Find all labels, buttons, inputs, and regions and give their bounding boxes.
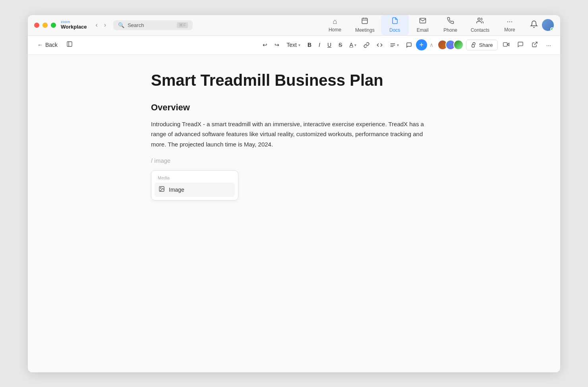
tab-home[interactable]: ⌂ Home — [321, 15, 349, 35]
svg-rect-10 — [472, 44, 474, 47]
video-button[interactable] — [500, 39, 512, 51]
tab-meetings[interactable]: Meetings — [349, 15, 381, 36]
text-format-dropdown[interactable]: Text ▾ — [283, 40, 304, 50]
collaborator-avatar-3[interactable] — [453, 40, 464, 50]
online-status-dot — [550, 27, 554, 31]
svg-marker-11 — [507, 43, 509, 46]
tab-home-label: Home — [329, 27, 341, 33]
tab-more-label: More — [504, 27, 515, 33]
align-chevron-icon: ▾ — [397, 43, 399, 47]
strikethrough-button[interactable]: S — [335, 40, 345, 50]
titlebar: zoom Workplace ‹ › 🔍 Search ⌘F ⌂ Home Me… — [28, 15, 560, 36]
nav-arrows: ‹ › — [93, 20, 109, 30]
collaborators-avatars — [437, 40, 464, 50]
search-box[interactable]: 🔍 Search ⌘F — [113, 20, 193, 30]
back-arrow[interactable]: ‹ — [93, 20, 100, 30]
contacts-icon — [476, 17, 484, 26]
open-external-button[interactable] — [529, 39, 541, 51]
back-arrow-icon: ← — [37, 42, 43, 48]
media-dropdown-label: Media — [155, 174, 235, 183]
svg-rect-12 — [503, 42, 507, 46]
chat-button[interactable] — [514, 39, 526, 51]
svg-rect-0 — [362, 18, 368, 24]
notifications-button[interactable] — [530, 20, 538, 30]
more-options-button[interactable]: ··· — [543, 40, 554, 50]
slash-command[interactable]: / image — [151, 157, 437, 164]
minimize-dot[interactable] — [43, 23, 48, 28]
underline-button[interactable]: U — [324, 40, 335, 50]
main-content: Smart Treadmill Business Plan Overview I… — [28, 55, 560, 372]
back-label: Back — [45, 42, 58, 48]
toolbar-right: Share ··· — [437, 39, 554, 51]
tab-docs-label: Docs — [389, 27, 400, 33]
search-icon: 🔍 — [118, 22, 124, 28]
docs-icon — [391, 17, 398, 26]
collapse-button[interactable]: ∧ — [428, 40, 435, 50]
svg-point-15 — [161, 188, 161, 189]
link-button[interactable] — [360, 40, 373, 50]
font-color-button[interactable]: A ▾ — [346, 40, 359, 50]
tab-email[interactable]: Email — [409, 15, 437, 36]
logo: zoom Workplace — [61, 20, 87, 30]
tab-docs[interactable]: Docs — [381, 15, 409, 36]
tab-meetings-label: Meetings — [355, 27, 375, 33]
tab-contacts-label: Contacts — [471, 27, 489, 33]
window-controls — [34, 23, 56, 28]
font-color-chevron-icon: ▾ — [354, 43, 356, 47]
share-button[interactable]: Share — [466, 40, 498, 50]
chevron-down-icon: ▾ — [298, 43, 300, 47]
tab-phone[interactable]: Phone — [437, 15, 464, 36]
user-avatar[interactable] — [542, 19, 554, 31]
media-item-image[interactable]: Image — [155, 183, 235, 197]
search-shortcut: ⌘F — [177, 22, 188, 28]
align-button[interactable]: ▾ — [387, 40, 402, 50]
tab-contacts[interactable]: Contacts — [464, 15, 496, 36]
home-icon: ⌂ — [333, 17, 337, 26]
maximize-dot[interactable] — [51, 23, 56, 28]
svg-point-4 — [478, 18, 480, 20]
undo-button[interactable]: ↩ — [259, 40, 271, 50]
media-item-image-label: Image — [169, 187, 184, 193]
media-dropdown: Media Image — [151, 170, 238, 200]
bold-button[interactable]: B — [304, 40, 315, 50]
section-body-overview[interactable]: Introducing TreadX - a smart treadmill w… — [151, 119, 437, 150]
tab-email-label: Email — [417, 27, 429, 33]
logo-workplace-text: Workplace — [61, 24, 87, 30]
editing-toolbar: ← Back ↩ ↪ Text ▾ B I U S — [28, 36, 560, 55]
comment-button[interactable] — [403, 40, 415, 50]
text-format-label: Text — [286, 42, 297, 48]
document-area: Smart Treadmill Business Plan Overview I… — [151, 71, 437, 356]
titlebar-right — [530, 19, 554, 31]
app-window: zoom Workplace ‹ › 🔍 Search ⌘F ⌂ Home Me… — [28, 15, 560, 372]
back-button[interactable]: ← Back — [34, 40, 61, 50]
image-icon — [159, 186, 165, 194]
meetings-icon — [361, 17, 368, 26]
close-dot[interactable] — [34, 23, 39, 28]
add-content-button[interactable]: + — [416, 39, 427, 50]
svg-rect-5 — [67, 42, 72, 46]
sidebar-toggle-button[interactable] — [63, 39, 76, 50]
phone-icon — [447, 17, 454, 26]
share-label: Share — [479, 42, 493, 48]
tab-more[interactable]: ··· More — [496, 15, 524, 35]
document-title[interactable]: Smart Treadmill Business Plan — [151, 71, 437, 90]
tab-phone-label: Phone — [443, 27, 457, 33]
code-button[interactable] — [373, 40, 386, 50]
forward-arrow[interactable]: › — [102, 20, 108, 30]
search-placeholder: Search — [128, 22, 174, 28]
format-toolbar-group: ↩ ↪ Text ▾ B I U S A ▾ — [259, 39, 435, 50]
more-icon: ··· — [507, 17, 513, 26]
email-icon — [419, 17, 426, 26]
svg-line-13 — [534, 42, 537, 45]
nav-tabs: ⌂ Home Meetings Docs Email — [321, 15, 524, 36]
italic-button[interactable]: I — [315, 40, 323, 50]
redo-button[interactable]: ↪ — [271, 40, 282, 50]
section-heading-overview[interactable]: Overview — [151, 102, 437, 113]
